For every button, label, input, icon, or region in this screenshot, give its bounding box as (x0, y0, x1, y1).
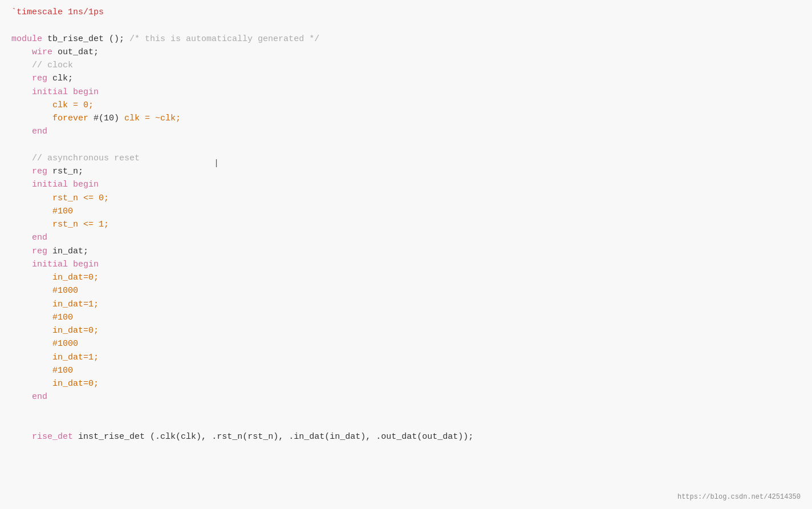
line-reg-rst: reg rst_n; (11, 165, 801, 178)
delay-1000-1: #1000 (52, 286, 78, 296)
line-blank2 (11, 139, 801, 152)
port-clk: .clk(clk) (155, 432, 201, 442)
code-editor: `timescale 1ns/1ps module tb_rise_det ()… (0, 0, 812, 509)
forever-keyword: forever (52, 114, 88, 123)
timescale-directive: `timescale 1ns/1ps (11, 7, 104, 17)
indat-assign2: in_dat=1; (52, 300, 99, 309)
delay-1000-2: #1000 (52, 339, 78, 349)
delay-100-3: #100 (52, 366, 73, 375)
line-forever: forever #(10) clk = ~clk; (11, 112, 801, 125)
line-initial-begin-3: initial begin (11, 258, 801, 271)
line-module: module tb_rise_det (); /* this is automa… (11, 33, 801, 46)
port-out-dat: .out_dat(out_dat) (376, 432, 463, 442)
text-cursor: | (214, 157, 219, 170)
module-comment: /* this is automatically generated */ (129, 34, 319, 44)
line-indat-4: in_dat=1; (11, 351, 801, 364)
module-instance-type: rise_det (32, 432, 73, 442)
line-blank3 (11, 404, 801, 417)
port-rst-n: .rst_n(rst_n) (212, 432, 278, 442)
clk-forever-assign: clk = ~clk; (124, 114, 181, 123)
indat-assign3: in_dat=0; (52, 326, 99, 336)
line-indat-2: in_dat=1; (11, 298, 801, 311)
delay-100-1: #100 (52, 207, 73, 216)
reset-comment: // asynchronous reset (32, 153, 140, 163)
line-delay-1000-2: #1000 (11, 337, 801, 350)
indat-assign5: in_dat=0; (52, 379, 99, 389)
line-reg-indat: reg in_dat; (11, 245, 801, 258)
clk-assign: clk = 0; (52, 100, 94, 110)
line-rst-assign2: rst_n <= 1; (11, 218, 801, 231)
line-initial-begin-1: initial begin (11, 86, 801, 99)
end-keyword-3: end (32, 392, 47, 402)
line-comment-reset: // asynchronous reset (11, 152, 801, 165)
line-delay-1000-1: #1000 (11, 284, 801, 297)
reg-keyword-1: reg (32, 74, 47, 83)
line-end-2: end (11, 231, 801, 244)
rst-assign1: rst_n <= 0; (52, 193, 109, 203)
initial-keyword-3: initial begin (32, 260, 99, 269)
end-keyword-1: end (32, 127, 47, 136)
wire-keyword: wire (32, 47, 52, 57)
rst-assign2: rst_n <= 1; (52, 220, 109, 229)
line-indat-1: in_dat=0; (11, 271, 801, 284)
line-timescale: `timescale 1ns/1ps (11, 6, 801, 19)
line-indat-3: in_dat=0; (11, 324, 801, 337)
initial-keyword-2: initial begin (32, 180, 99, 189)
clock-comment: // clock (32, 60, 73, 70)
instance-name: inst_rise_det (78, 432, 145, 442)
url-text: https://blog.csdn.net/42514350 (677, 493, 801, 501)
line-end-1: end (11, 125, 801, 138)
module-name: tb_rise_det (47, 34, 104, 44)
module-keyword: module (11, 34, 42, 44)
port-in-dat: .in_dat(in_dat) (289, 432, 366, 442)
indat-assign4: in_dat=1; (52, 353, 99, 362)
line-comment-clock: // clock (11, 59, 801, 72)
line-wire: wire out_dat; (11, 46, 801, 59)
line-rst-assign1: rst_n <= 0; (11, 192, 801, 205)
indat-assign1: in_dat=0; (52, 273, 99, 282)
reg-keyword-2: reg (32, 167, 47, 176)
line-end-3: end (11, 390, 801, 403)
line-reg-clk: reg clk; (11, 72, 801, 85)
line-delay-100-1: #100 (11, 205, 801, 218)
line-initial-begin-2: initial begin (11, 178, 801, 191)
line-blank1 (11, 19, 801, 32)
delay-100-2: #100 (52, 313, 73, 322)
line-blank4 (11, 417, 801, 430)
line-indat-5: in_dat=0; (11, 377, 801, 390)
line-instance: rise_det inst_rise_det (.clk(clk), .rst_… (11, 430, 801, 443)
line-delay-100-3: #100 (11, 364, 801, 377)
reg-keyword-3: reg (32, 247, 47, 256)
line-clk-assign: clk = 0; (11, 99, 801, 112)
page-url: https://blog.csdn.net/42514350 (677, 490, 801, 503)
end-keyword-2: end (32, 233, 47, 243)
initial-keyword-1: initial begin (32, 87, 99, 97)
line-delay-100-2: #100 (11, 311, 801, 324)
